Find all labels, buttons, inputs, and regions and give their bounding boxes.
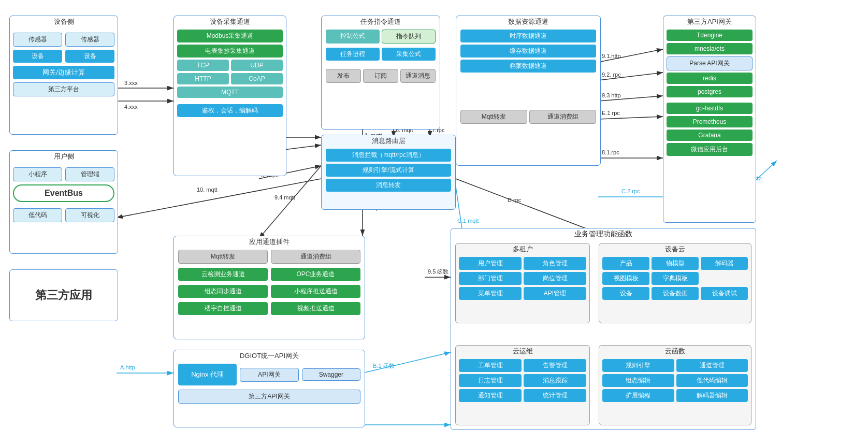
video-push-channel: 视频推送通道 [271,302,360,315]
arrow-label-10mqtt: 10. mqtt [197,187,218,193]
log-mgmt: 日志管理 [459,374,522,387]
msg-trace: 消息跟踪 [524,374,586,387]
user-side-box: 用户侧 小程序 管理端 EventBus 低代码 可视化 [9,150,118,254]
device-1: 设备 [13,50,62,63]
arrow-label-e1rpc: E.1 rpc [602,110,620,116]
third-party-api-title: 第三方API网关 [663,16,756,27]
lowcode-edit-func: 低代码编辑 [676,374,748,387]
arrow-label-94mqtt: 9.4 mqtt [274,194,295,200]
task-command-box: 任务指令通道 控制公式 指令队列 任务进程 采集公式 发布 订阅 通道消息 [321,16,440,130]
dict-template-btn: 字典模板 [652,272,699,285]
svg-line-17 [598,96,663,101]
stat-mgmt: 统计管理 [524,389,586,402]
rule-engine-func: 规则引擎 [602,359,674,372]
gateway: 网关/边缘计算 [13,66,114,79]
mqtt-btn: MQTT [177,87,283,98]
device-2: 设备 [65,50,114,63]
arrow-label-drpc: D rpc [508,197,522,203]
control-formula: 控制公式 [326,30,380,44]
thing-model-btn: 物模型 [652,257,699,270]
grafana-btn: Grafana [667,130,753,141]
arrow-label-93http: 9.3 http [602,92,621,98]
api-mgmt: API管理 [524,287,586,300]
arrow-label-95func: 9.5 函数 [428,268,449,275]
app-channel-box: 应用通道插件 Mqtt转发 通道消费组 云检测业务通道 OPC业务通道 组态同步… [173,236,365,339]
coap-btn: CoAP [231,73,283,84]
data-resource-box: 数据资源通道 时序数据通道 缓存数据通道 档案数据通道 Mqtt转发 通道消费组 [456,16,601,166]
menu-mgmt: 菜单管理 [459,287,522,300]
third-party-app-box: 第三方应用 [9,269,118,321]
config-edit-func: 组态编辑 [602,374,674,387]
svg-line-20 [456,179,598,233]
multi-tenant-title: 多租户 [456,244,589,255]
building-auto-channel: 楼宇自控通道 [178,302,268,315]
visualization: 可视化 [65,208,114,222]
rule-engine: 规则引擎/流式计算 [326,164,451,177]
extend-prog-func: 扩展编程 [602,389,674,402]
third-party-api-box: 第三方API网关 Tdengine mnesia/ets Parse API网关… [663,16,756,223]
device-data-btn: 设备数据 [652,287,699,300]
device-debug-btn: 设备调试 [701,287,748,300]
user-side-title: 用户侧 [10,151,118,162]
cloud-test-channel: 云检测业务通道 [178,268,268,281]
message-routing-box: 消息路由层 消息拦截（mqtt/rpc消息） 规则引擎/流式计算 消息转发 [321,135,456,210]
arrow-label-81rpc: 8.1.rpc [602,149,619,155]
modbus-channel: Modbus采集通道 [177,30,283,42]
arrow-label-c1mqtt: C.1 mqtt [457,218,479,224]
arrow-label-91http: 9.1.http [602,53,621,59]
low-code: 低代码 [13,208,62,222]
opc-channel: OPC业务通道 [271,268,360,281]
view-template-btn: 视图模板 [602,272,649,285]
sensor-1: 传感器 [13,33,62,47]
mini-push-channel: 小程序推送通道 [271,285,360,298]
device-cloud-box: 设备云 产品 物模型 解码器 视图模板 字典模板 设备 设备数据 设备调试 [599,243,751,323]
arrow-label-92rpc: 9.2. rpc [602,71,621,78]
meter-channel: 电表集抄采集通道 [177,45,283,58]
arrow-label-b1func: B.1 函数 [373,363,395,369]
message-routing-title: 消息路由层 [322,135,455,147]
svg-line-22 [259,166,321,238]
config-sync-channel: 组态同步通道 [178,285,268,298]
channel-mgmt-func: 通道管理 [676,359,748,372]
api-gateway-btn: API网关 [240,368,298,382]
decoder-edit-func: 解码器编辑 [676,389,748,402]
third-party-app-label: 第三方应用 [35,288,92,303]
prometheus-btn: Prometheus [667,116,753,127]
task-process: 任务进程 [326,48,380,61]
device-side-title: 设备侧 [10,16,118,27]
command-queue: 指令队列 [382,30,436,44]
eventbus: EventBus [13,184,114,202]
business-mgmt-box: 业务管理功能函数 多租户 用户管理 角色管理 部门管理 岗位管理 菜单管理 AP… [451,228,756,430]
http-btn: HTTP [177,73,229,84]
collect-formula: 采集公式 [382,48,436,61]
mini-program: 小程序 [13,167,62,181]
arrow-label-c2rpc: C.2 rpc [621,188,640,194]
parse-api: Parse API网关 [667,56,753,70]
sensor-2: 传感器 [65,33,114,47]
business-mgmt-title: 业务管理功能函数 [451,228,756,240]
dept-mgmt: 部门管理 [459,272,522,285]
cache-channel: 缓存数据通道 [460,45,596,58]
archive-channel: 档案数据通道 [460,60,596,73]
svg-line-16 [598,73,663,80]
svg-line-18 [598,117,663,119]
cloud-func-box: 云函数 规则引擎 通道管理 组态编辑 低代码编辑 扩展编程 解码器编辑 [599,345,751,425]
cloud-ops-box: 云运维 工单管理 告警管理 日志管理 消息跟踪 通知管理 统计管理 [455,345,590,425]
dgiot-api-box: DGIOT统一API网关 Nginx 代理 API网关 Swagger 第三方A… [173,350,365,427]
subscribe-btn: 订阅 [363,69,398,83]
channel-msg: 通道消息 [400,69,436,83]
nginx-proxy: Nginx 代理 [178,364,237,385]
arrow-label-3xxx: 3.xxx [124,80,138,86]
app-mqtt-forward: Mqtt转发 [178,250,268,264]
app-channel-consumer: 通道消费组 [271,250,360,264]
decoder-btn: 解码器 [701,257,748,270]
arrow-label-ahttp: A.http [120,364,135,370]
product-btn: 产品 [602,257,649,270]
data-resource-title: 数据资源通道 [456,16,600,27]
multi-tenant-box: 多租户 用户管理 角色管理 部门管理 岗位管理 菜单管理 API管理 [455,243,590,323]
swagger-btn: Swagger [302,368,360,381]
auth-session: 鉴权，会话，编解码 [177,104,283,117]
device-collection-title: 设备采集通道 [174,16,286,27]
third-api-gateway-btn: 第三方API网关 [178,390,360,404]
postgres-btn: postgres [667,86,753,97]
